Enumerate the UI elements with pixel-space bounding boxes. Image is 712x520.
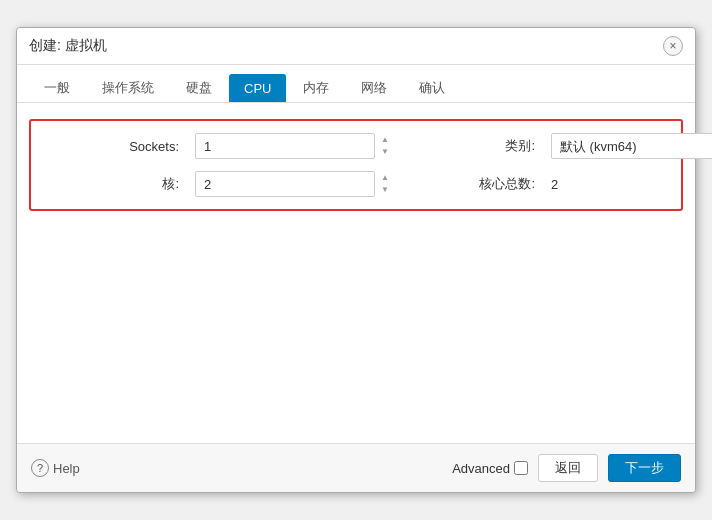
cpu-config-box: Sockets: ▲ ▼ 类别: 默认 (kvm64) ▼ 核: ▲ — [29, 119, 683, 211]
dialog-body: Sockets: ▲ ▼ 类别: 默认 (kvm64) ▼ 核: ▲ — [17, 103, 695, 443]
help-button[interactable]: ? Help — [31, 459, 80, 477]
title-bar: 创建: 虚拟机 × — [17, 28, 695, 65]
tab-network[interactable]: 网络 — [346, 72, 402, 103]
dialog-title: 创建: 虚拟机 — [29, 37, 107, 55]
category-label: 类别: — [403, 137, 543, 155]
tab-general[interactable]: 一般 — [29, 72, 85, 103]
total-cores-value: 2 — [551, 177, 712, 192]
cores-up-arrow[interactable]: ▲ — [377, 172, 393, 184]
sockets-input[interactable] — [195, 133, 375, 159]
help-icon: ? — [31, 459, 49, 477]
category-select[interactable]: 默认 (kvm64) — [551, 133, 712, 159]
next-button[interactable]: 下一步 — [608, 454, 681, 482]
cores-input-wrap: ▲ ▼ — [195, 171, 395, 197]
create-vm-dialog: 创建: 虚拟机 × 一般 操作系统 硬盘 CPU 内存 网络 确认 Socket… — [16, 27, 696, 493]
tab-os[interactable]: 操作系统 — [87, 72, 169, 103]
dialog-footer: ? Help Advanced 返回 下一步 — [17, 443, 695, 492]
sockets-up-arrow[interactable]: ▲ — [377, 134, 393, 146]
total-cores-label: 核心总数: — [403, 175, 543, 193]
cores-input[interactable] — [195, 171, 375, 197]
sockets-spinner: ▲ ▼ — [377, 134, 393, 158]
sockets-label: Sockets: — [47, 139, 187, 154]
cores-spinner: ▲ ▼ — [377, 172, 393, 196]
sockets-input-wrap: ▲ ▼ — [195, 133, 395, 159]
tab-confirm[interactable]: 确认 — [404, 72, 460, 103]
advanced-wrap: Advanced — [452, 461, 528, 476]
tab-bar: 一般 操作系统 硬盘 CPU 内存 网络 确认 — [17, 65, 695, 103]
back-button[interactable]: 返回 — [538, 454, 598, 482]
sockets-down-arrow[interactable]: ▼ — [377, 146, 393, 158]
close-button[interactable]: × — [663, 36, 683, 56]
help-label: Help — [53, 461, 80, 476]
cores-down-arrow[interactable]: ▼ — [377, 184, 393, 196]
category-select-wrap: 默认 (kvm64) ▼ — [551, 133, 712, 159]
advanced-checkbox[interactable] — [514, 461, 528, 475]
tab-memory[interactable]: 内存 — [288, 72, 344, 103]
tab-disk[interactable]: 硬盘 — [171, 72, 227, 103]
footer-right: Advanced 返回 下一步 — [452, 454, 681, 482]
cores-label: 核: — [47, 175, 187, 193]
advanced-label: Advanced — [452, 461, 510, 476]
tab-cpu[interactable]: CPU — [229, 74, 286, 102]
